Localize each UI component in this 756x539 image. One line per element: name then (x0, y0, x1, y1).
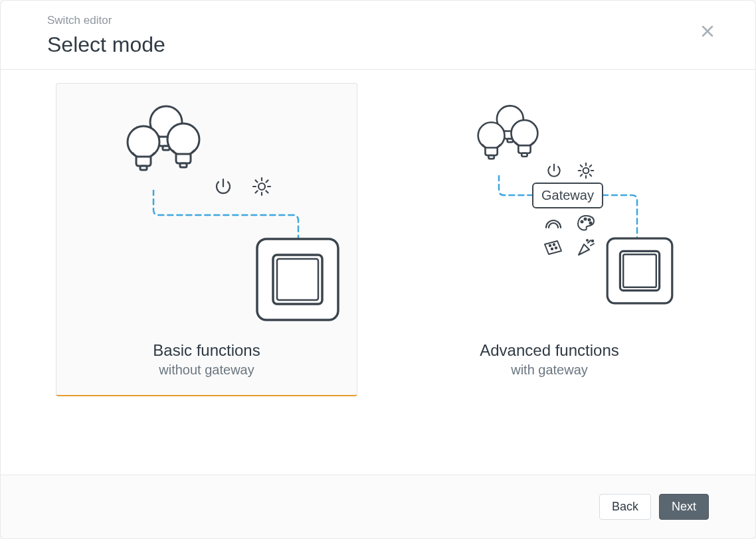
svg-rect-19 (277, 259, 318, 300)
svg-point-38 (590, 222, 592, 224)
svg-line-31 (581, 165, 583, 167)
close-icon (701, 25, 714, 38)
switch-panel-icon (605, 236, 674, 308)
modal-body: Basic functions without gateway (1, 70, 755, 416)
svg-point-26 (583, 168, 589, 174)
bulbs-icon (126, 104, 205, 193)
svg-point-37 (589, 219, 591, 221)
modal-footer: Back Next (1, 475, 755, 538)
back-button[interactable]: Back (599, 494, 651, 520)
svg-line-13 (256, 181, 258, 183)
sun-icon (577, 162, 595, 182)
svg-line-44 (591, 244, 594, 246)
power-icon (545, 162, 563, 182)
ticket-icon (543, 239, 564, 259)
connection-line-left (496, 175, 536, 204)
bulbs-icon (476, 104, 543, 178)
svg-point-45 (592, 240, 594, 242)
switch-panel-icon (254, 236, 341, 325)
rainbow-icon (544, 216, 563, 232)
diagram-advanced: Gateway (430, 104, 669, 329)
option-subtitle: without gateway (159, 362, 254, 378)
sun-icon (252, 177, 272, 199)
svg-rect-49 (623, 254, 656, 287)
svg-line-33 (590, 165, 592, 167)
modal-title: Select mode (47, 33, 709, 57)
svg-point-35 (581, 221, 583, 223)
modal-header: Switch editor Select mode (1, 1, 755, 70)
svg-point-42 (555, 247, 557, 248)
svg-point-46 (587, 240, 588, 241)
svg-rect-23 (488, 155, 494, 159)
svg-point-39 (549, 245, 551, 246)
svg-line-32 (590, 175, 592, 177)
svg-line-34 (581, 175, 583, 177)
switch-editor-modal: Switch editor Select mode (0, 0, 756, 539)
next-button[interactable]: Next (659, 494, 709, 520)
svg-point-41 (551, 248, 553, 250)
svg-rect-7 (180, 163, 187, 167)
option-advanced[interactable]: Gateway (399, 83, 700, 396)
option-basic[interactable]: Basic functions without gateway (56, 83, 357, 396)
modal-subtitle: Switch editor (47, 14, 709, 27)
option-title: Advanced functions (480, 341, 618, 360)
power-icon (213, 177, 233, 199)
svg-rect-25 (521, 153, 527, 157)
close-button[interactable] (698, 22, 717, 40)
svg-point-8 (258, 183, 265, 190)
gateway-label: Gateway (532, 183, 603, 208)
palette-icon (576, 214, 596, 235)
svg-line-16 (256, 191, 258, 193)
svg-line-14 (266, 191, 268, 193)
svg-rect-5 (140, 166, 147, 170)
svg-point-36 (585, 218, 587, 220)
svg-line-15 (266, 181, 268, 183)
svg-point-40 (553, 244, 555, 245)
diagram-basic (87, 104, 326, 329)
option-subtitle: with gateway (511, 362, 588, 378)
party-icon (576, 238, 596, 260)
option-title: Basic functions (153, 341, 260, 360)
